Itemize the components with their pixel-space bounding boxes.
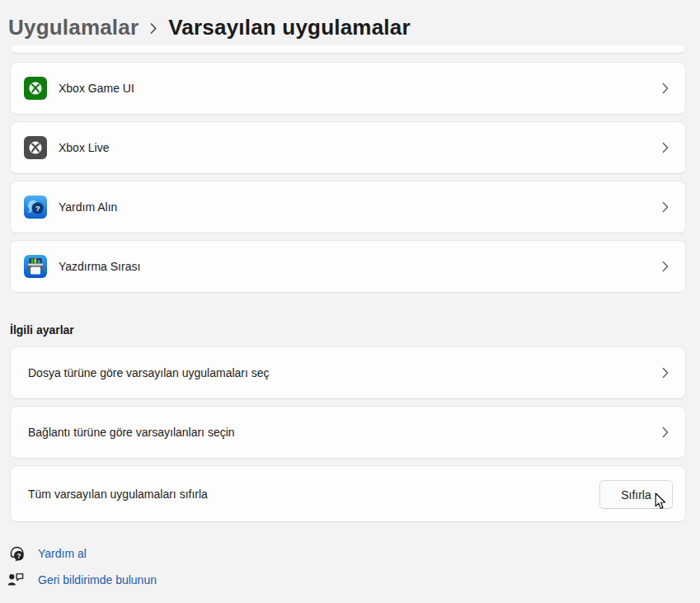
get-help-link[interactable]: ? Yardım al <box>9 545 87 562</box>
clipped-list-item[interactable] <box>10 45 686 54</box>
reset-label: Tüm varsayılan uygulamaları sıfırla <box>28 488 208 501</box>
list-item-defaults-by-file-type[interactable]: Dosya türüne göre varsayılan uygulamalar… <box>10 346 686 399</box>
breadcrumb-chevron-icon <box>149 19 157 35</box>
get-help-link-label[interactable]: Yardım al <box>38 547 87 560</box>
breadcrumb: Uygulamalar Varsayılan uygulamalar <box>8 12 411 42</box>
list-item-xbox-game-ui[interactable]: Xbox Game UI <box>10 62 686 115</box>
app-label: Xbox Live <box>59 141 109 154</box>
setting-label: Dosya türüne göre varsayılan uygulamalar… <box>28 366 270 379</box>
print-queue-icon <box>24 255 47 278</box>
give-feedback-link[interactable]: Geri bildirimde bulunun <box>7 572 157 587</box>
chevron-right-icon <box>662 426 669 438</box>
related-settings-header: İlgili ayarlar <box>10 323 74 337</box>
get-help-app-icon: ? <box>24 196 47 219</box>
list-item-defaults-by-link-type[interactable]: Bağlantı türüne göre varsayılanları seçi… <box>10 406 686 459</box>
chevron-right-icon <box>662 142 669 153</box>
list-item-print-queue[interactable]: Yazdırma Sırası <box>10 240 686 293</box>
xbox-live-icon <box>24 136 47 159</box>
chevron-right-icon <box>662 261 669 272</box>
page-title: Varsayılan uygulamalar <box>168 15 410 40</box>
setting-label: Bağlantı türüne göre varsayılanları seçi… <box>28 426 235 439</box>
app-label: Yardım Alın <box>59 200 117 214</box>
help-bubble-icon: ? <box>9 545 25 562</box>
give-feedback-link-label[interactable]: Geri bildirimde bulunun <box>38 573 157 587</box>
svg-text:?: ? <box>35 204 40 213</box>
feedback-icon <box>7 572 24 587</box>
list-item-reset-defaults: Tüm varsayılan uygulamaları sıfırla Sıfı… <box>10 465 686 522</box>
list-item-get-help[interactable]: ? Yardım Alın <box>10 181 686 233</box>
list-item-xbox-live[interactable]: Xbox Live <box>10 121 686 174</box>
xbox-game-ui-icon <box>24 77 47 100</box>
chevron-right-icon <box>662 82 669 94</box>
svg-text:?: ? <box>16 552 21 560</box>
app-label: Yazdırma Sırası <box>59 260 140 273</box>
reset-button[interactable]: Sıfırla <box>599 480 673 509</box>
chevron-right-icon <box>662 367 669 379</box>
app-label: Xbox Game UI <box>59 82 134 95</box>
chevron-right-icon <box>662 201 669 213</box>
breadcrumb-parent[interactable]: Uygulamalar <box>8 15 139 40</box>
